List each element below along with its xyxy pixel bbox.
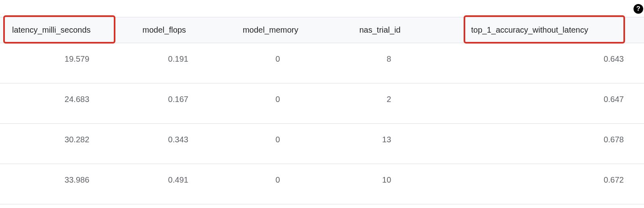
cell-latency: 30.282: [0, 124, 116, 164]
cell-latency: 33.986: [0, 164, 116, 204]
col-header-accuracy[interactable]: top_1_accuracy_without_latency: [431, 17, 644, 43]
results-table-container: latency_milli_seconds model_flops model_…: [0, 17, 644, 204]
cell-flops: 0.191: [116, 43, 212, 83]
cell-trial: 13: [328, 124, 431, 164]
cell-trial: 10: [328, 164, 431, 204]
table-row[interactable]: 19.5790.191080.643: [0, 43, 644, 83]
table-row[interactable]: 24.6830.167020.647: [0, 83, 644, 124]
col-header-trial-label: nas_trial_id: [359, 25, 400, 34]
results-table: latency_milli_seconds model_flops model_…: [0, 17, 644, 204]
cell-trial: 8: [328, 43, 431, 83]
col-header-latency-label: latency_milli_seconds: [12, 25, 91, 34]
cell-memory: 0: [213, 124, 328, 164]
col-header-memory-label: model_memory: [243, 25, 298, 34]
cell-trial: 2: [328, 83, 431, 124]
cell-flops: 0.167: [116, 83, 212, 124]
cell-accuracy: 0.678: [431, 124, 644, 164]
table-row[interactable]: 33.9860.4910100.672: [0, 164, 644, 204]
cell-accuracy: 0.643: [431, 43, 644, 83]
help-icon-label: ?: [636, 5, 640, 12]
cell-flops: 0.491: [116, 164, 212, 204]
col-header-latency[interactable]: latency_milli_seconds: [0, 17, 116, 43]
cell-accuracy: 0.647: [431, 83, 644, 124]
col-header-accuracy-label: top_1_accuracy_without_latency: [471, 25, 588, 34]
cell-memory: 0: [213, 43, 328, 83]
cell-memory: 0: [213, 164, 328, 204]
col-header-trial[interactable]: nas_trial_id: [328, 17, 431, 43]
col-header-flops-label: model_flops: [142, 25, 186, 34]
cell-memory: 0: [213, 83, 328, 124]
table-row[interactable]: 30.2820.3430130.678: [0, 124, 644, 164]
help-icon[interactable]: ?: [634, 4, 643, 14]
table-header-row: latency_milli_seconds model_flops model_…: [0, 17, 644, 43]
cell-accuracy: 0.672: [431, 164, 644, 204]
cell-latency: 24.683: [0, 83, 116, 124]
col-header-flops[interactable]: model_flops: [116, 17, 212, 43]
cell-latency: 19.579: [0, 43, 116, 83]
cell-flops: 0.343: [116, 124, 212, 164]
col-header-memory[interactable]: model_memory: [213, 17, 328, 43]
